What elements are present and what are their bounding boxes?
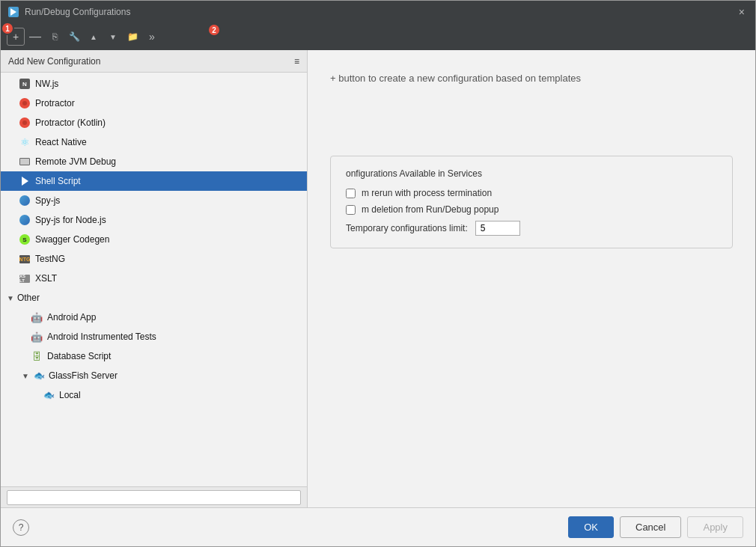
item-label: React Native	[35, 137, 87, 147]
list-item-shell-script[interactable]: Shell Script	[1, 171, 307, 191]
spy-js-icon	[19, 195, 31, 207]
list-item[interactable]: S Swagger Codegen	[1, 230, 307, 249]
toolbar: + 1 — ⎘ 🔧 ▲ ▼ 📁 » 2	[1, 23, 755, 50]
left-panel: Add New Configuration ≡ N NW.js	[1, 50, 308, 507]
svg-marker-0	[10, 8, 16, 16]
run-debug-dialog: Run/Debug Configurations × + 1 — ⎘ 🔧 ▲ ▼…	[0, 0, 756, 547]
rerun-label: m rerun with process termination	[362, 188, 492, 198]
settings-section-title: onfigurations Available in Services	[346, 168, 717, 179]
left-panel-title: Add New Configuration	[8, 56, 100, 67]
list-item[interactable]: 🤖 Android Instrumented Tests	[1, 327, 307, 346]
rerun-checkbox[interactable]	[346, 189, 356, 198]
xslt-icon: XS LT	[19, 272, 31, 284]
move-up-button[interactable]: ▲	[85, 28, 103, 46]
item-label: Remote JVM Debug	[35, 156, 116, 167]
database-script-icon: 🗄	[31, 350, 43, 362]
move-down-button[interactable]: ▼	[104, 28, 122, 46]
limit-input[interactable]	[475, 221, 520, 236]
section-label: GlassFish Server	[49, 370, 118, 381]
swagger-icon: S	[19, 233, 31, 245]
settings-row: m rerun with process termination	[346, 188, 717, 198]
list-item[interactable]: Spy-js for Node.js	[1, 210, 307, 230]
deletion-label: m deletion from Run/Debug popup	[362, 204, 499, 215]
item-label: Protractor (Kotlin)	[35, 117, 106, 128]
protractor-icon	[19, 97, 31, 109]
config-list: N NW.js Protractor	[1, 73, 307, 486]
android-app-icon: 🤖	[31, 311, 43, 323]
list-item-local[interactable]: 🐟 Local	[1, 385, 307, 405]
dialog-title: Run/Debug Configurations	[25, 7, 130, 17]
title-bar-left: Run/Debug Configurations	[8, 7, 130, 17]
remove-configuration-button[interactable]: —	[26, 28, 44, 46]
sort-button[interactable]: 📁	[124, 28, 141, 46]
cancel-button[interactable]: Cancel	[620, 516, 681, 538]
limit-row: Temporary configurations limit:	[346, 221, 717, 236]
badge-2: 2	[207, 23, 221, 37]
help-button[interactable]: ?	[13, 519, 29, 536]
item-label: Spy-js	[35, 195, 60, 206]
limit-label: Temporary configurations limit:	[346, 223, 468, 233]
apply-button[interactable]: Apply	[687, 516, 743, 538]
list-item[interactable]: 🗄 Database Script	[1, 346, 307, 366]
chevron-down-icon: ▼	[22, 372, 29, 380]
settings-button[interactable]: 🔧	[65, 28, 83, 46]
shell-script-icon	[19, 175, 31, 187]
bottom-left: ?	[13, 519, 29, 536]
ok-button[interactable]: OK	[568, 516, 614, 538]
list-item[interactable]: Remote JVM Debug	[1, 152, 307, 171]
item-label: Swagger Codegen	[35, 234, 109, 245]
list-item[interactable]: Spy-js	[1, 191, 307, 210]
filter-icon[interactable]: ≡	[294, 56, 299, 67]
item-label: Protractor	[35, 98, 75, 109]
item-label: Shell Script	[35, 176, 81, 186]
glassfish-icon: 🐟	[34, 370, 46, 382]
deletion-checkbox[interactable]	[346, 205, 356, 215]
list-item[interactable]: XS LT XSLT	[1, 269, 307, 288]
item-label: Local	[59, 390, 81, 400]
hint-text: + button to create a new configuration b…	[330, 73, 733, 84]
local-icon: 🐟	[43, 389, 55, 401]
more-button[interactable]: »	[143, 28, 161, 46]
remote-jvm-icon	[19, 156, 31, 168]
protractor-kotlin-icon	[19, 117, 31, 129]
title-bar: Run/Debug Configurations ×	[1, 1, 755, 23]
list-item[interactable]: N NW.js	[1, 74, 307, 94]
list-item[interactable]: Protractor	[1, 94, 307, 113]
section-label: Other	[17, 293, 40, 303]
item-label: Android Instrumented Tests	[47, 331, 156, 342]
close-button[interactable]: ×	[736, 5, 748, 19]
search-area	[1, 486, 307, 507]
badge-1: 1	[1, 22, 14, 35]
list-item[interactable]: ⚛ React Native	[1, 132, 307, 152]
item-label: Android App	[47, 312, 96, 323]
list-item[interactable]: 🤖 Android App	[1, 308, 307, 327]
react-native-icon: ⚛	[19, 136, 31, 148]
search-input[interactable]	[7, 490, 301, 505]
item-label: TestNG	[35, 254, 65, 264]
list-item[interactable]: NTG TestNG	[1, 249, 307, 269]
right-panel: + button to create a new configuration b…	[308, 50, 755, 507]
nwjs-icon: N	[19, 78, 31, 90]
list-item[interactable]: Protractor (Kotlin)	[1, 113, 307, 132]
content-area: Add New Configuration ≡ N NW.js	[1, 50, 755, 507]
item-label: Database Script	[47, 351, 111, 361]
settings-section: onfigurations Available in Services m re…	[330, 156, 733, 248]
settings-row: m deletion from Run/Debug popup	[346, 204, 717, 215]
spy-js-node-icon	[19, 214, 31, 226]
bottom-right: OK Cancel Apply	[568, 516, 743, 538]
left-panel-header: Add New Configuration ≡	[1, 50, 307, 73]
glassfish-section-header[interactable]: ▼ 🐟 GlassFish Server	[1, 366, 307, 385]
other-section-header[interactable]: ▼ Other	[1, 288, 307, 308]
chevron-down-icon: ▼	[7, 294, 14, 302]
item-label: Spy-js for Node.js	[35, 215, 106, 225]
item-label: NW.js	[35, 79, 58, 89]
copy-configuration-button[interactable]: ⎘	[46, 28, 64, 46]
item-label: XSLT	[35, 273, 57, 284]
android-instrumented-icon: 🤖	[31, 331, 43, 343]
app-icon	[8, 7, 19, 17]
bottom-bar: ? OK Cancel Apply	[1, 507, 755, 546]
testng-icon: NTG	[19, 253, 31, 265]
